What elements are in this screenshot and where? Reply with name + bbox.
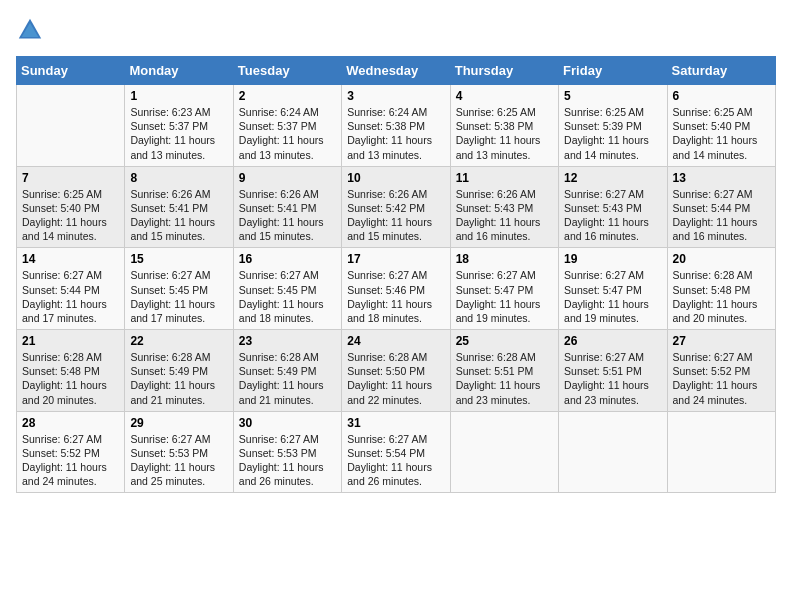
calendar-cell: 1Sunrise: 6:23 AM Sunset: 5:37 PM Daylig…: [125, 85, 233, 167]
cell-content: Sunrise: 6:24 AM Sunset: 5:38 PM Dayligh…: [347, 105, 444, 162]
day-number: 17: [347, 252, 444, 266]
calendar-week-2: 7Sunrise: 6:25 AM Sunset: 5:40 PM Daylig…: [17, 166, 776, 248]
cell-content: Sunrise: 6:27 AM Sunset: 5:52 PM Dayligh…: [673, 350, 770, 407]
calendar-week-1: 1Sunrise: 6:23 AM Sunset: 5:37 PM Daylig…: [17, 85, 776, 167]
calendar-cell: 8Sunrise: 6:26 AM Sunset: 5:41 PM Daylig…: [125, 166, 233, 248]
cell-content: Sunrise: 6:27 AM Sunset: 5:47 PM Dayligh…: [564, 268, 661, 325]
calendar-cell: 21Sunrise: 6:28 AM Sunset: 5:48 PM Dayli…: [17, 330, 125, 412]
day-number: 16: [239, 252, 336, 266]
weekday-header-tuesday: Tuesday: [233, 57, 341, 85]
calendar-cell: 9Sunrise: 6:26 AM Sunset: 5:41 PM Daylig…: [233, 166, 341, 248]
calendar-cell: 28Sunrise: 6:27 AM Sunset: 5:52 PM Dayli…: [17, 411, 125, 493]
day-number: 20: [673, 252, 770, 266]
weekday-header-friday: Friday: [559, 57, 667, 85]
calendar-cell: 26Sunrise: 6:27 AM Sunset: 5:51 PM Dayli…: [559, 330, 667, 412]
day-number: 10: [347, 171, 444, 185]
day-number: 19: [564, 252, 661, 266]
cell-content: Sunrise: 6:26 AM Sunset: 5:41 PM Dayligh…: [130, 187, 227, 244]
calendar-cell: 23Sunrise: 6:28 AM Sunset: 5:49 PM Dayli…: [233, 330, 341, 412]
cell-content: Sunrise: 6:28 AM Sunset: 5:51 PM Dayligh…: [456, 350, 553, 407]
weekday-header-sunday: Sunday: [17, 57, 125, 85]
cell-content: Sunrise: 6:27 AM Sunset: 5:44 PM Dayligh…: [22, 268, 119, 325]
cell-content: Sunrise: 6:28 AM Sunset: 5:48 PM Dayligh…: [22, 350, 119, 407]
calendar-cell: [450, 411, 558, 493]
cell-content: Sunrise: 6:27 AM Sunset: 5:53 PM Dayligh…: [239, 432, 336, 489]
weekday-header-thursday: Thursday: [450, 57, 558, 85]
calendar-cell: 22Sunrise: 6:28 AM Sunset: 5:49 PM Dayli…: [125, 330, 233, 412]
calendar-cell: 2Sunrise: 6:24 AM Sunset: 5:37 PM Daylig…: [233, 85, 341, 167]
cell-content: Sunrise: 6:27 AM Sunset: 5:47 PM Dayligh…: [456, 268, 553, 325]
weekday-header-wednesday: Wednesday: [342, 57, 450, 85]
day-number: 11: [456, 171, 553, 185]
calendar-cell: 4Sunrise: 6:25 AM Sunset: 5:38 PM Daylig…: [450, 85, 558, 167]
calendar-cell: 27Sunrise: 6:27 AM Sunset: 5:52 PM Dayli…: [667, 330, 775, 412]
cell-content: Sunrise: 6:27 AM Sunset: 5:51 PM Dayligh…: [564, 350, 661, 407]
day-number: 1: [130, 89, 227, 103]
day-number: 21: [22, 334, 119, 348]
calendar-cell: 5Sunrise: 6:25 AM Sunset: 5:39 PM Daylig…: [559, 85, 667, 167]
day-number: 8: [130, 171, 227, 185]
cell-content: Sunrise: 6:28 AM Sunset: 5:50 PM Dayligh…: [347, 350, 444, 407]
day-number: 2: [239, 89, 336, 103]
cell-content: Sunrise: 6:27 AM Sunset: 5:54 PM Dayligh…: [347, 432, 444, 489]
calendar-cell: 6Sunrise: 6:25 AM Sunset: 5:40 PM Daylig…: [667, 85, 775, 167]
calendar-cell: 14Sunrise: 6:27 AM Sunset: 5:44 PM Dayli…: [17, 248, 125, 330]
calendar-body: 1Sunrise: 6:23 AM Sunset: 5:37 PM Daylig…: [17, 85, 776, 493]
calendar-cell: 12Sunrise: 6:27 AM Sunset: 5:43 PM Dayli…: [559, 166, 667, 248]
day-number: 25: [456, 334, 553, 348]
day-number: 26: [564, 334, 661, 348]
day-number: 15: [130, 252, 227, 266]
day-number: 4: [456, 89, 553, 103]
cell-content: Sunrise: 6:23 AM Sunset: 5:37 PM Dayligh…: [130, 105, 227, 162]
day-number: 23: [239, 334, 336, 348]
calendar-week-3: 14Sunrise: 6:27 AM Sunset: 5:44 PM Dayli…: [17, 248, 776, 330]
logo: [16, 16, 48, 44]
cell-content: Sunrise: 6:26 AM Sunset: 5:41 PM Dayligh…: [239, 187, 336, 244]
calendar-cell: 15Sunrise: 6:27 AM Sunset: 5:45 PM Dayli…: [125, 248, 233, 330]
calendar-cell: 10Sunrise: 6:26 AM Sunset: 5:42 PM Dayli…: [342, 166, 450, 248]
day-number: 6: [673, 89, 770, 103]
day-number: 9: [239, 171, 336, 185]
calendar-cell: [667, 411, 775, 493]
cell-content: Sunrise: 6:28 AM Sunset: 5:49 PM Dayligh…: [130, 350, 227, 407]
logo-icon: [16, 16, 44, 44]
cell-content: Sunrise: 6:27 AM Sunset: 5:52 PM Dayligh…: [22, 432, 119, 489]
calendar-cell: 19Sunrise: 6:27 AM Sunset: 5:47 PM Dayli…: [559, 248, 667, 330]
cell-content: Sunrise: 6:27 AM Sunset: 5:43 PM Dayligh…: [564, 187, 661, 244]
cell-content: Sunrise: 6:28 AM Sunset: 5:48 PM Dayligh…: [673, 268, 770, 325]
calendar-week-5: 28Sunrise: 6:27 AM Sunset: 5:52 PM Dayli…: [17, 411, 776, 493]
day-number: 3: [347, 89, 444, 103]
day-number: 14: [22, 252, 119, 266]
calendar-cell: 3Sunrise: 6:24 AM Sunset: 5:38 PM Daylig…: [342, 85, 450, 167]
calendar-cell: [559, 411, 667, 493]
calendar-cell: 30Sunrise: 6:27 AM Sunset: 5:53 PM Dayli…: [233, 411, 341, 493]
calendar-cell: 17Sunrise: 6:27 AM Sunset: 5:46 PM Dayli…: [342, 248, 450, 330]
weekday-header-saturday: Saturday: [667, 57, 775, 85]
cell-content: Sunrise: 6:27 AM Sunset: 5:46 PM Dayligh…: [347, 268, 444, 325]
day-number: 27: [673, 334, 770, 348]
day-number: 7: [22, 171, 119, 185]
header: [16, 16, 776, 44]
calendar-cell: 16Sunrise: 6:27 AM Sunset: 5:45 PM Dayli…: [233, 248, 341, 330]
calendar-cell: [17, 85, 125, 167]
cell-content: Sunrise: 6:27 AM Sunset: 5:53 PM Dayligh…: [130, 432, 227, 489]
cell-content: Sunrise: 6:27 AM Sunset: 5:45 PM Dayligh…: [130, 268, 227, 325]
weekday-header-row: SundayMondayTuesdayWednesdayThursdayFrid…: [17, 57, 776, 85]
calendar-table: SundayMondayTuesdayWednesdayThursdayFrid…: [16, 56, 776, 493]
calendar-cell: 13Sunrise: 6:27 AM Sunset: 5:44 PM Dayli…: [667, 166, 775, 248]
calendar-cell: 25Sunrise: 6:28 AM Sunset: 5:51 PM Dayli…: [450, 330, 558, 412]
day-number: 24: [347, 334, 444, 348]
calendar-cell: 29Sunrise: 6:27 AM Sunset: 5:53 PM Dayli…: [125, 411, 233, 493]
cell-content: Sunrise: 6:25 AM Sunset: 5:38 PM Dayligh…: [456, 105, 553, 162]
cell-content: Sunrise: 6:26 AM Sunset: 5:43 PM Dayligh…: [456, 187, 553, 244]
calendar-header: SundayMondayTuesdayWednesdayThursdayFrid…: [17, 57, 776, 85]
calendar-cell: 20Sunrise: 6:28 AM Sunset: 5:48 PM Dayli…: [667, 248, 775, 330]
calendar-cell: 18Sunrise: 6:27 AM Sunset: 5:47 PM Dayli…: [450, 248, 558, 330]
day-number: 29: [130, 416, 227, 430]
calendar-week-4: 21Sunrise: 6:28 AM Sunset: 5:48 PM Dayli…: [17, 330, 776, 412]
cell-content: Sunrise: 6:28 AM Sunset: 5:49 PM Dayligh…: [239, 350, 336, 407]
cell-content: Sunrise: 6:27 AM Sunset: 5:44 PM Dayligh…: [673, 187, 770, 244]
day-number: 30: [239, 416, 336, 430]
cell-content: Sunrise: 6:25 AM Sunset: 5:39 PM Dayligh…: [564, 105, 661, 162]
cell-content: Sunrise: 6:26 AM Sunset: 5:42 PM Dayligh…: [347, 187, 444, 244]
